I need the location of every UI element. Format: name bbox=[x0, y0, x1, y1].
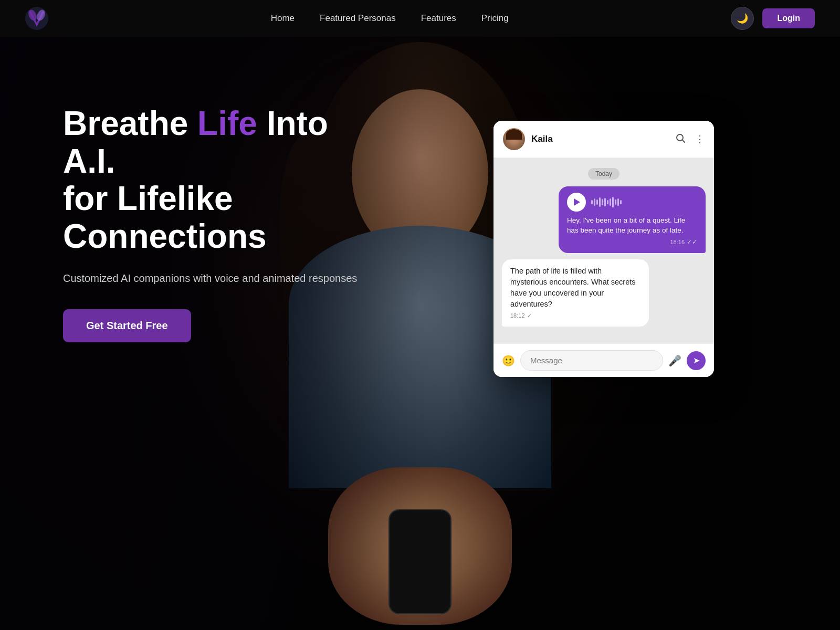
chat-header: Kaila ⋮ bbox=[494, 121, 714, 158]
message-row-2: The path of life is filled with mysterio… bbox=[502, 259, 706, 327]
svg-line-4 bbox=[682, 140, 685, 142]
nav-item-featured-personas[interactable]: Featured Personas bbox=[320, 13, 396, 24]
chat-header-left: Kaila bbox=[503, 128, 553, 150]
voice-message bbox=[567, 193, 697, 212]
sent-message-content: Hey, I've been on a bit of a quest. Life… bbox=[559, 186, 706, 253]
title-part1: Breathe bbox=[63, 104, 197, 142]
hero-subtitle: Customized AI companions with voice and … bbox=[63, 270, 368, 286]
sent-message-bubble: Hey, I've been on a bit of a quest. Life… bbox=[559, 186, 706, 253]
title-highlight: Life bbox=[197, 104, 257, 142]
send-button[interactable]: ➤ bbox=[687, 351, 706, 370]
sent-message-text: Hey, I've been on a bit of a quest. Life… bbox=[567, 216, 697, 236]
message-row-1: Hey, I've been on a bit of a quest. Life… bbox=[502, 186, 706, 253]
nav-links: Home Featured Personas Features Pricing bbox=[271, 13, 509, 24]
send-icon: ➤ bbox=[693, 355, 700, 365]
sent-message-meta: 18:16 ✓✓ bbox=[567, 238, 697, 247]
waveform bbox=[591, 197, 697, 207]
hero-title: Breathe Life Into A.I.for LifelikeConnec… bbox=[63, 105, 368, 256]
play-icon bbox=[574, 198, 580, 206]
nav-item-features[interactable]: Features bbox=[421, 13, 456, 24]
hero-content: Breathe Life Into A.I.for LifelikeConnec… bbox=[63, 105, 368, 342]
play-button[interactable] bbox=[567, 193, 586, 212]
chat-input-area: 🙂 🎤 ➤ bbox=[494, 343, 714, 377]
login-button[interactable]: Login bbox=[762, 8, 815, 28]
chat-header-icons: ⋮ bbox=[675, 133, 705, 146]
received-message-bubble: The path of life is filled with mysterio… bbox=[502, 259, 649, 327]
read-checkmark: ✓✓ bbox=[687, 238, 697, 247]
chat-date: Today bbox=[502, 169, 706, 178]
logo-icon bbox=[25, 7, 48, 30]
hands bbox=[328, 467, 512, 625]
theme-toggle-button[interactable]: 🌙 bbox=[731, 7, 754, 30]
face bbox=[352, 89, 488, 257]
chat-persona-name: Kaila bbox=[531, 134, 553, 144]
hero-section: Breathe Life Into A.I.for LifelikeConnec… bbox=[0, 0, 840, 630]
more-options-icon[interactable]: ⋮ bbox=[695, 133, 705, 145]
received-checkmark: ✓ bbox=[527, 312, 532, 320]
message-input[interactable] bbox=[520, 350, 663, 371]
phone-prop bbox=[388, 509, 452, 614]
get-started-button[interactable]: Get Started Free bbox=[63, 309, 191, 342]
chat-avatar bbox=[503, 128, 525, 150]
chat-body: Today bbox=[494, 158, 714, 343]
chat-window: Kaila ⋮ Today bbox=[494, 121, 714, 377]
emoji-button[interactable]: 🙂 bbox=[502, 354, 515, 367]
microphone-button[interactable]: 🎤 bbox=[668, 354, 681, 367]
received-message-text: The path of life is filled with mysterio… bbox=[510, 267, 636, 308]
nav-item-pricing[interactable]: Pricing bbox=[481, 13, 509, 24]
nav-item-home[interactable]: Home bbox=[271, 13, 295, 24]
navbar: Home Featured Personas Features Pricing … bbox=[0, 0, 840, 37]
search-icon[interactable] bbox=[675, 133, 686, 146]
received-message-meta: 18:12 ✓ bbox=[510, 312, 640, 320]
logo[interactable] bbox=[25, 7, 48, 30]
navbar-right: 🌙 Login bbox=[731, 7, 815, 30]
